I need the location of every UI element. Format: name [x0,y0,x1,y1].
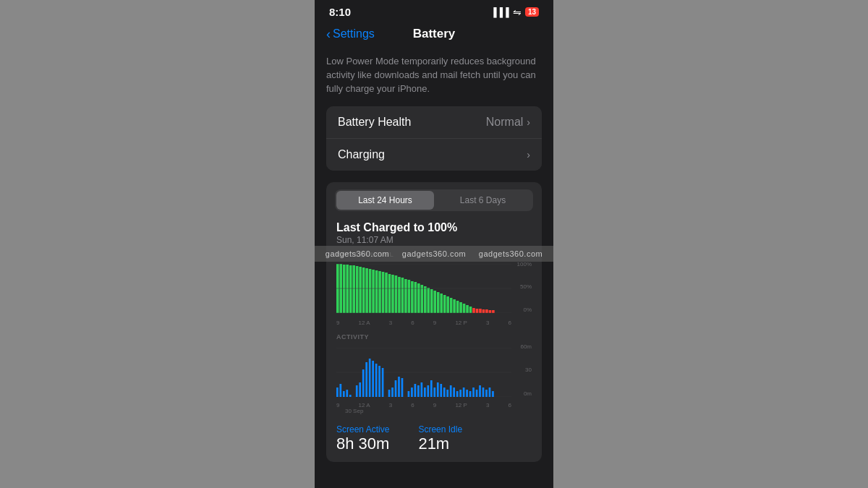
svg-rect-2 [343,265,346,313]
battery-x-labels: 9 12 A 3 6 9 12 P 3 6 [336,320,511,326]
last-charged-time: Sun, 11:07 AM [336,235,532,245]
svg-rect-17 [391,275,394,313]
svg-rect-59 [349,395,352,397]
status-bar: 8:10 ▐▐▐ ⇋ 13 [315,0,553,21]
svg-rect-24 [414,282,417,313]
svg-rect-48 [492,310,495,313]
svg-rect-30 [433,291,436,313]
last-charged: Last Charged to 100% Sun, 11:07 AM [326,218,542,251]
activity-chart-wrapper: 60m 30 0m 9 12 A 3 6 9 12 P 3 6 [336,343,532,416]
act-x-3: 3 [389,402,392,408]
svg-rect-37 [456,301,459,313]
status-time: 8:10 [329,6,351,18]
screen-idle-label: Screen Idle [418,424,462,435]
svg-rect-44 [479,309,482,313]
svg-rect-93 [469,391,472,397]
svg-rect-72 [398,377,400,397]
act-x-6b: 6 [509,402,511,408]
svg-rect-3 [346,265,349,313]
act-x-9b: 9 [433,402,436,408]
svg-rect-6 [356,266,359,313]
svg-rect-42 [472,308,475,313]
x-label-12p: 12 P [455,320,467,326]
description-text: Low Power Mode temporarily reduces backg… [326,56,536,94]
tabs-container: Last 24 Hours Last 6 Days [335,189,533,211]
svg-rect-60 [356,385,358,397]
description-box: Low Power Mode temporarily reduces backg… [315,47,553,106]
svg-rect-86 [446,390,448,397]
y-label-100: 100% [511,261,532,267]
screen-active-label: Screen Active [336,424,389,435]
svg-rect-66 [375,364,378,397]
svg-rect-79 [424,388,426,397]
tab-24hours[interactable]: Last 24 Hours [336,191,434,210]
x-label-6: 6 [411,320,414,326]
svg-rect-65 [372,361,374,397]
svg-rect-88 [453,388,455,397]
chart-section: Last 24 Hours Last 6 Days Last Charged t… [326,182,542,462]
svg-rect-46 [485,309,488,313]
svg-rect-28 [427,288,430,313]
activity-y-60: 60m [511,343,532,350]
wifi-icon: ⇋ [513,7,522,18]
svg-rect-62 [362,369,365,397]
svg-rect-43 [476,309,479,313]
tab-6days[interactable]: Last 6 Days [434,191,532,210]
svg-rect-80 [427,385,429,397]
act-x-9: 9 [336,402,339,408]
svg-rect-73 [401,378,404,397]
battery-badge: 13 [525,7,539,17]
svg-rect-41 [469,307,472,313]
svg-rect-38 [459,302,462,313]
tab-6days-label: Last 6 Days [460,195,506,205]
screen-stats: Screen Active 8h 30m Screen Idle 21m [326,419,542,462]
svg-rect-35 [450,298,453,313]
svg-rect-89 [456,391,459,397]
svg-rect-21 [404,279,407,313]
svg-rect-78 [421,382,423,397]
svg-rect-22 [408,280,411,313]
activity-y-30: 30 [511,367,532,373]
svg-rect-7 [359,267,362,313]
svg-rect-10 [369,269,372,313]
x-label-6b: 6 [509,320,511,326]
svg-rect-23 [411,281,414,313]
act-x-12p: 12 P [455,402,467,408]
svg-rect-26 [421,285,424,313]
back-button[interactable]: ‹ Settings [326,27,375,42]
svg-rect-71 [395,380,397,397]
battery-health-right: Normal › [486,116,530,129]
screen-active-value: 8h 30m [336,435,389,453]
svg-rect-87 [450,385,452,397]
activity-date: 30 Sep [345,403,363,416]
settings-section: Battery Health Normal › Charging › [326,106,542,171]
activity-chart-svg [336,348,511,397]
page-title: Battery [413,27,456,41]
svg-rect-82 [433,388,435,397]
act-x-6: 6 [411,402,414,408]
svg-rect-18 [395,275,398,313]
svg-rect-98 [485,390,488,397]
svg-rect-63 [365,362,367,397]
svg-rect-76 [414,384,417,397]
battery-chart-label: BATTERY LEVEL [336,251,532,258]
svg-rect-4 [349,265,352,313]
svg-rect-74 [408,391,410,397]
svg-rect-5 [352,265,355,313]
svg-rect-94 [472,388,475,397]
activity-y-0: 0m [511,390,532,397]
activity-y-labels: 60m 30 0m [511,343,532,397]
battery-health-row[interactable]: Battery Health Normal › [326,106,542,138]
tab-24hours-label: Last 24 Hours [358,195,412,205]
svg-rect-56 [339,384,341,397]
svg-rect-95 [476,390,478,397]
svg-rect-39 [463,304,466,313]
act-x-3b: 3 [486,402,489,408]
svg-rect-14 [382,272,385,313]
charging-row[interactable]: Charging › [326,138,542,171]
activity-chart-label: ACTIVITY [336,333,532,341]
chevron-right-icon: › [527,116,530,128]
svg-rect-61 [359,382,361,397]
x-label-9b: 9 [433,320,436,326]
svg-rect-27 [424,286,427,313]
